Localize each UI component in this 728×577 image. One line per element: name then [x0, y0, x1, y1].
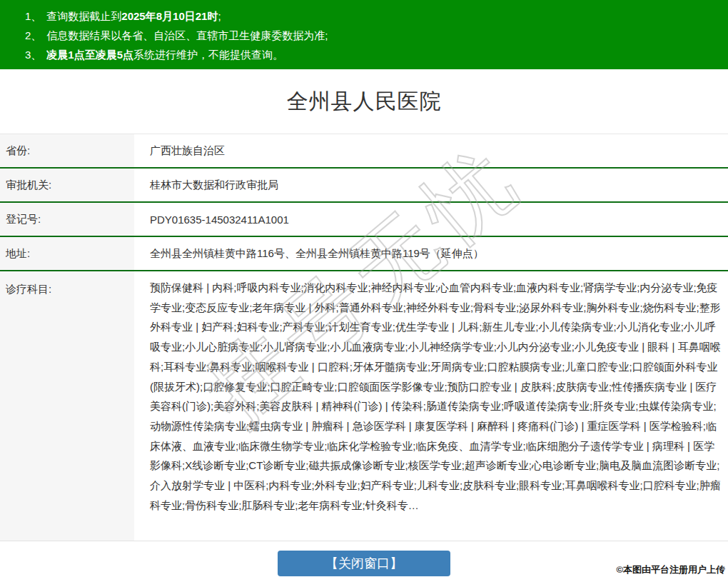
page-title: 全州县人民医院 — [287, 87, 442, 116]
info-table: 省份: 广西壮族自治区 审批机关: 桂林市大数据和行政审批局 登记号: PDY0… — [0, 134, 728, 541]
row-value: 预防保健科 | 内科;呼吸内科专业;消化内科专业;神经内科专业;心血管内科专业;… — [134, 271, 728, 541]
close-window-button[interactable]: 【关闭窗口】 — [278, 551, 450, 576]
notice-text-bold: 2025年8月10日21时 — [121, 10, 218, 22]
notice-number: 1、 — [25, 10, 41, 22]
table-row-medical-subjects: 诊疗科目: 预防保健科 | 内科;呼吸内科专业;消化内科专业;神经内科专业;心血… — [0, 271, 728, 541]
notice-bar: 1、查询数据截止到2025年8月10日21时; 2、信息数据结果以各省、自治区、… — [0, 0, 728, 69]
notice-number: 3、 — [25, 49, 41, 61]
copyright-note: ©本图由平台注册用户上传 — [616, 563, 725, 576]
title-section: 全州县人民医院 — [0, 69, 728, 134]
notice-text: 信息数据结果以各省、自治区、直辖市卫生健康委数据为准; — [46, 29, 328, 41]
notice-text-bold: 凌晨1点至凌晨5点 — [46, 49, 133, 61]
row-value: 桂林市大数据和行政审批局 — [134, 169, 728, 201]
table-row-address: 地址: 全州县全州镇桂黄中路116号、全州县全州镇桂黄中路119号（延伸点） — [0, 237, 728, 271]
row-value: PDY01635-145032411A1001 — [134, 203, 728, 236]
table-row-province: 省份: 广西壮族自治区 — [0, 134, 728, 169]
notice-text: 系统进行维护，不能提供查询。 — [133, 49, 283, 61]
notice-text: 查询数据截止到 — [46, 10, 121, 22]
row-value: 全州县全州镇桂黄中路116号、全州县全州镇桂黄中路119号（延伸点） — [134, 237, 728, 270]
table-row-approval-authority: 审批机关: 桂林市大数据和行政审批局 — [0, 169, 728, 203]
notice-number: 2、 — [25, 29, 41, 41]
table-row-registration-number: 登记号: PDY01635-145032411A1001 — [0, 203, 728, 237]
notice-text: ; — [218, 10, 221, 22]
row-label: 省份: — [0, 134, 134, 167]
row-label: 登记号: — [0, 203, 134, 236]
notice-item: 2、信息数据结果以各省、自治区、直辖市卫生健康委数据为准; — [25, 26, 721, 45]
row-value: 广西壮族自治区 — [134, 134, 728, 167]
notice-item: 1、查询数据截止到2025年8月10日21时; — [25, 6, 721, 26]
notice-item: 3、凌晨1点至凌晨5点系统进行维护，不能提供查询。 — [25, 45, 721, 64]
hospital-info-page: 1、查询数据截止到2025年8月10日21时; 2、信息数据结果以各省、自治区、… — [0, 0, 728, 577]
row-label: 审批机关: — [0, 169, 134, 201]
row-label: 诊疗科目: — [0, 271, 134, 541]
row-label: 地址: — [0, 237, 134, 270]
